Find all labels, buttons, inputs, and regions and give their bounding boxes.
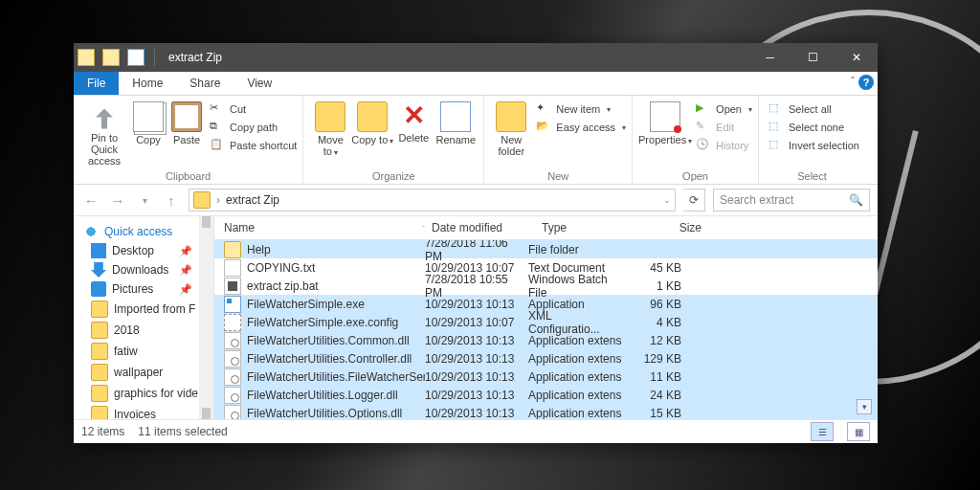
minimize-button[interactable]: ─ — [748, 43, 791, 72]
select-none-button[interactable]: ⬚Select none — [768, 120, 859, 135]
tab-file[interactable]: File — [74, 72, 119, 95]
file-icon — [224, 368, 241, 386]
file-row[interactable]: FileWatcherUtilities.Options.dll10/29/20… — [214, 404, 878, 419]
history-button[interactable]: 🕓History — [696, 138, 752, 153]
nav-back-button[interactable]: ← — [81, 192, 100, 209]
sidebar-item-icon — [91, 364, 108, 381]
details-view-button[interactable]: ☰ — [811, 422, 834, 441]
search-input[interactable]: Search extract 🔍 — [713, 189, 870, 212]
file-icon — [224, 332, 241, 349]
ribbon: Pin to Quick access Copy Paste ✂Cut ⧉Cop… — [74, 96, 878, 185]
sidebar-item[interactable]: fatiw — [74, 341, 213, 362]
delete-button[interactable]: ✕Delete — [393, 98, 434, 157]
move-icon — [315, 101, 345, 132]
sidebar-item[interactable]: Invoices — [74, 404, 213, 419]
file-row[interactable]: FileWatcherUtilities.Controller.dll10/29… — [214, 349, 878, 368]
sidebar-item[interactable]: graphics for vide — [74, 383, 213, 404]
paste-button[interactable]: Paste — [167, 98, 206, 159]
file-icon — [224, 278, 241, 295]
status-bar: 12 items 11 items selected ☰ ▦ — [74, 419, 878, 443]
sidebar-item[interactable]: Imported from F — [74, 299, 213, 320]
new-item-icon: ✦ — [536, 101, 551, 117]
select-all-button[interactable]: ⬚Select all — [768, 101, 859, 117]
titlebar[interactable]: extract Zip ─ ☐ ✕ — [74, 43, 878, 72]
folder-icon — [193, 191, 211, 209]
new-folder-button[interactable]: New folder — [490, 98, 532, 159]
group-select: ⬚Select all ⬚Select none ⬚Invert selecti… — [759, 96, 865, 184]
edit-button[interactable]: ✎Edit — [696, 120, 752, 135]
sidebar-scrollbar[interactable] — [199, 216, 213, 419]
paste-icon — [171, 101, 202, 132]
sidebar-item[interactable]: Downloads📌 — [74, 260, 213, 279]
file-list: Nameˆ Date modified Type Size Help7/28/2… — [214, 216, 878, 419]
rename-icon — [440, 101, 471, 132]
sidebar-item-icon — [91, 243, 106, 258]
sidebar-item[interactable]: 2018 — [74, 320, 213, 341]
copy-path-button[interactable]: ⧉Copy path — [210, 120, 297, 135]
paste-shortcut-button[interactable]: 📋Paste shortcut — [210, 138, 297, 153]
cut-icon: ✂ — [210, 101, 225, 117]
qat-icon-1[interactable] — [102, 49, 120, 66]
pin-icon — [90, 101, 119, 130]
properties-button[interactable]: Properties▾ — [638, 98, 692, 159]
help-icon[interactable]: ? — [858, 75, 874, 90]
column-headers[interactable]: Nameˆ Date modified Type Size — [214, 216, 878, 240]
nav-bar: ← → ▾ ↑ › extract Zip ⌄ ⟳ Search extract… — [74, 185, 878, 216]
icons-view-button[interactable]: ▦ — [847, 422, 870, 441]
sidebar-item[interactable]: Desktop📌 — [74, 241, 213, 260]
maximize-button[interactable]: ☐ — [791, 43, 835, 72]
tab-share[interactable]: Share — [176, 72, 234, 95]
ribbon-tabs: File Home Share View ˆ ? — [74, 72, 878, 96]
properties-icon — [650, 101, 680, 132]
breadcrumb[interactable]: extract Zip — [226, 193, 279, 207]
nav-forward-button[interactable]: → — [108, 192, 127, 209]
open-button[interactable]: ▶Open▾ — [696, 101, 752, 117]
sidebar-item[interactable]: Pictures📌 — [74, 279, 213, 299]
file-icon — [224, 350, 241, 368]
shortcut-icon: 📋 — [210, 138, 225, 153]
group-new: New folder ✦New item▾ 📂Easy access▾ New — [484, 96, 633, 184]
cut-button[interactable]: ✂Cut — [210, 101, 297, 117]
group-organize: Move to▾ Copy to▾ ✕Delete Rename Organiz… — [303, 96, 484, 184]
nav-up-button[interactable]: ↑ — [162, 192, 181, 209]
pin-icon: 📌 — [179, 245, 192, 257]
explorer-window: extract Zip ─ ☐ ✕ File Home Share View ˆ… — [74, 43, 878, 443]
refresh-button[interactable]: ⟳ — [683, 189, 705, 212]
group-open: Properties▾ ▶Open▾ ✎Edit 🕓History Open — [633, 96, 759, 184]
scroll-corner[interactable]: ▾ — [857, 399, 872, 414]
collapse-ribbon-icon[interactable]: ˆ — [851, 76, 855, 89]
pin-icon: 📌 — [179, 283, 192, 296]
file-icon — [224, 259, 241, 277]
window-title: extract Zip — [168, 51, 222, 64]
select-all-icon: ⬚ — [768, 101, 784, 117]
sidebar-quick-access[interactable]: Quick access — [74, 222, 213, 241]
nav-recent-button[interactable]: ▾ — [135, 195, 154, 206]
tab-view[interactable]: View — [234, 72, 285, 95]
file-icon — [224, 387, 241, 404]
sidebar-item-icon — [91, 281, 106, 297]
qat-icon-2[interactable] — [127, 49, 145, 66]
nav-pane: Quick access Desktop📌Downloads📌Pictures📌… — [74, 216, 214, 419]
tab-home[interactable]: Home — [119, 72, 176, 95]
file-row[interactable]: FileWatcherUtilities.FileWatcherServiceC… — [214, 368, 878, 386]
move-to-button[interactable]: Move to▾ — [309, 98, 351, 159]
file-row[interactable]: FileWatcherUtilities.Logger.dll10/29/201… — [214, 386, 878, 404]
copy-button[interactable]: Copy — [129, 98, 167, 159]
file-icon — [224, 296, 241, 313]
file-row[interactable]: FileWatcherUtilities.Common.dll10/29/201… — [214, 331, 878, 349]
copyto-icon — [357, 101, 388, 132]
pin-quick-access-button[interactable]: Pin to Quick access — [79, 98, 129, 167]
new-item-button[interactable]: ✦New item▾ — [536, 101, 626, 117]
file-row[interactable]: extract zip.bat7/28/2018 10:55 PMWindows… — [214, 277, 878, 295]
address-bar[interactable]: › extract Zip ⌄ — [189, 189, 676, 212]
group-clipboard: Pin to Quick access Copy Paste ✂Cut ⧉Cop… — [74, 96, 303, 184]
file-row[interactable]: FileWatcherSimple.exe.config10/29/2013 1… — [214, 313, 878, 331]
rename-button[interactable]: Rename — [434, 98, 478, 159]
copy-to-button[interactable]: Copy to▾ — [351, 98, 393, 159]
invert-selection-button[interactable]: ⬚Invert selection — [768, 138, 859, 153]
easy-access-button[interactable]: 📂Easy access▾ — [536, 120, 626, 135]
sidebar-item[interactable]: wallpaper — [74, 362, 213, 383]
select-none-icon: ⬚ — [768, 120, 784, 135]
close-button[interactable]: ✕ — [835, 43, 878, 72]
file-row[interactable]: Help7/28/2018 11:06 PMFile folder — [214, 240, 878, 258]
